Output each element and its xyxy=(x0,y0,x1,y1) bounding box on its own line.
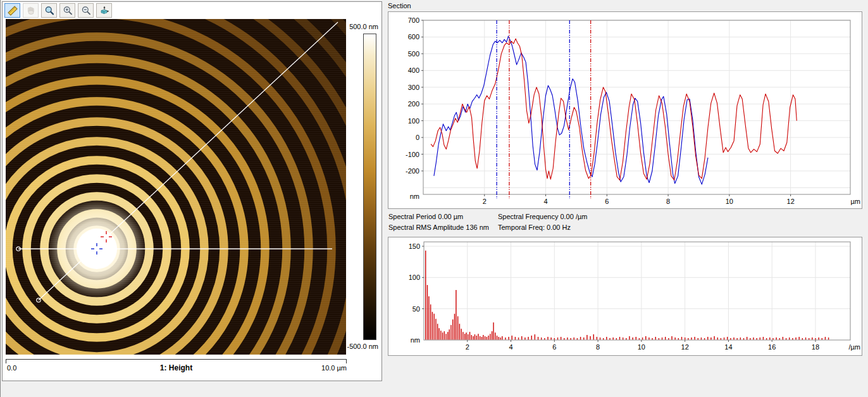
y-axis-unit-label: nm xyxy=(411,336,420,344)
line-profile-tool-button[interactable] xyxy=(4,3,20,18)
y-axis-tick-label: 600 xyxy=(408,33,419,41)
color-scale-max-label: 500.0 nm xyxy=(348,23,378,30)
x-axis-tick-label: 4 xyxy=(543,198,547,205)
y-axis-tick-label: 50 xyxy=(412,305,420,313)
y-axis-tick-label: 300 xyxy=(408,84,419,91)
color-scale-min-label: -500.0 nm xyxy=(344,343,378,350)
y-axis-tick-label: 500 xyxy=(408,50,419,58)
y-axis-tick-label: 100 xyxy=(409,274,420,281)
x-axis-tick-label: 8 xyxy=(666,198,670,205)
x-axis-tick-label: 2 xyxy=(483,198,487,205)
pan-tool-button[interactable] xyxy=(23,3,39,18)
section-profile-chart[interactable]: -200-1000100200300400500600700nm24681012… xyxy=(388,12,862,208)
x-axis-tick-label: 10 xyxy=(638,343,645,351)
x-axis-tick-label: 6 xyxy=(552,343,556,351)
x-axis-tick-label: 6 xyxy=(605,198,609,205)
y-axis-tick-label: 0 xyxy=(416,134,419,141)
x-axis-unit-label: µm xyxy=(850,198,860,205)
x-axis-tick-label: 18 xyxy=(812,343,819,351)
marker-offset-button[interactable] xyxy=(96,3,112,18)
y-axis-tick-label: -200 xyxy=(406,167,419,175)
zoom-tool-button[interactable] xyxy=(41,3,57,18)
spectral-frequency-stat: Spectral Frequency 0.00 /µm xyxy=(498,213,587,220)
offset-arrows-icon xyxy=(99,6,109,16)
ruler-icon xyxy=(8,6,18,16)
x-axis-tick-label: 12 xyxy=(681,343,689,351)
x-axis-tick-label: 10 xyxy=(726,198,733,205)
image-panel: 500.0 nm -500.0 nm 1: Height 0.0 10.0 µm xyxy=(2,1,382,381)
y-axis-tick-label: -100 xyxy=(406,151,419,158)
x-axis-tick-label: 2 xyxy=(466,343,469,351)
y-axis-tick-label: 700 xyxy=(408,16,419,24)
image-caption: 1: Height 0.0 10.0 µm xyxy=(6,363,347,374)
afm-height-image[interactable] xyxy=(6,19,346,355)
zoom-out-button[interactable] xyxy=(78,3,94,18)
y-axis-tick-label: 150 xyxy=(409,243,420,250)
afm-image-area xyxy=(6,19,346,355)
x-axis-tick-label: 4 xyxy=(509,343,512,351)
hand-icon xyxy=(26,6,36,16)
profile-chart-box: -200-1000100200300400500600700nm24681012… xyxy=(388,11,862,209)
x-axis-tick-label: 12 xyxy=(787,198,795,205)
section-title: Section xyxy=(388,2,411,9)
section-analysis-window: 500.0 nm -500.0 nm 1: Height 0.0 10.0 µm… xyxy=(0,0,868,397)
spectrum-chart[interactable]: 50100150nm24681012141618/µm xyxy=(388,237,862,355)
x-axis-unit-label: /µm xyxy=(848,343,860,351)
y-axis-tick-label: 200 xyxy=(408,100,419,108)
magnifier-minus-icon xyxy=(81,6,91,16)
spectral-period-stat: Spectral Period 0.00 µm xyxy=(388,213,463,220)
x-axis-tick-label: 16 xyxy=(768,343,776,351)
zoom-in-button[interactable] xyxy=(59,3,75,18)
spectrum-chart-box: 50100150nm24681012141618/µm xyxy=(388,237,862,356)
y-axis-tick-label: 400 xyxy=(408,66,419,74)
spectral-rms-stat: Spectral RMS Amplitude 136 nm xyxy=(388,224,489,231)
scale-max-label: 10.0 µm xyxy=(6,364,347,372)
magnifier-icon xyxy=(44,6,54,16)
x-axis-tick-label: 8 xyxy=(596,343,600,351)
magnifier-plus-icon xyxy=(63,6,73,16)
x-axis-tick-label: 14 xyxy=(724,343,732,351)
color-scale-bar xyxy=(363,34,376,340)
y-axis-unit-label: nm xyxy=(410,192,419,200)
image-toolbar xyxy=(4,3,112,18)
temporal-freq-stat: Temporal Freq: 0.00 Hz xyxy=(498,224,571,231)
y-axis-tick-label: 100 xyxy=(408,117,419,125)
